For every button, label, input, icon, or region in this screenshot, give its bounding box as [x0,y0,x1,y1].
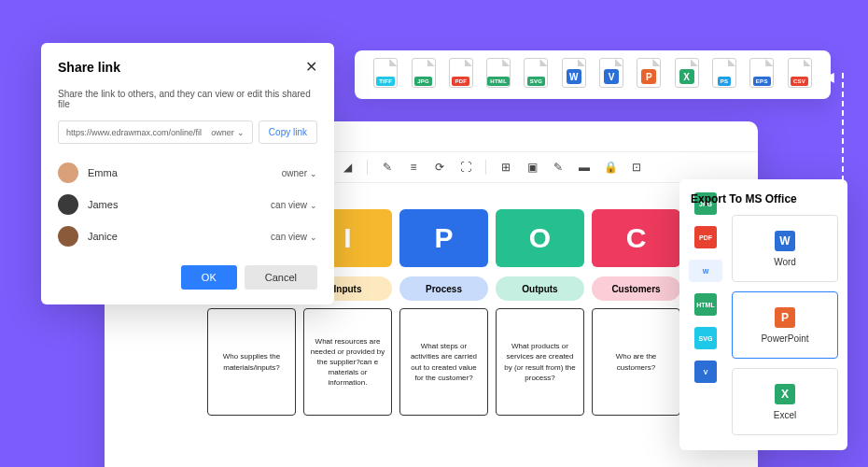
sipoc-card: What resources are needed or provided by… [303,308,392,416]
file-format-strip: TIFFJPGPDFHTMLSVGWVPXPSEPSCSV [355,50,831,99]
file-badge-tiff[interactable]: TIFF [371,58,399,92]
arrow-icon: ◀ [824,69,834,84]
connector-line [842,73,844,181]
export-mini-w[interactable]: W [689,260,722,282]
excel-icon: X [775,384,795,404]
export-label: Excel [774,410,796,420]
share-title: Share link [58,60,120,75]
share-url-field[interactable]: https://www.edrawmax.com/online/fil owne… [58,120,253,144]
share-description: Share the link to others, and they can v… [58,89,317,109]
sipoc-col-customers: C Customers Who are the customers? [592,209,680,416]
rotate-icon[interactable]: ⟳ [433,161,446,174]
pen-icon[interactable]: ✎ [552,161,565,174]
sipoc-card: What products or services are created by… [496,308,584,416]
window-icon[interactable]: ⊞ [499,161,512,174]
fill-icon[interactable]: ▬ [578,161,591,174]
share-user-row: James can view⌄ [58,189,317,220]
user-role-select[interactable]: owner⌄ [282,168,317,178]
export-mini-html[interactable]: HTML [694,293,717,316]
record-icon[interactable]: ⊡ [630,161,643,174]
file-badge-html[interactable]: HTML [484,58,512,92]
sipoc-col-outputs: O Outputs What products or services are … [496,209,584,416]
file-badge-v[interactable]: V [597,58,625,92]
sipoc-card: What steps or activities are carried out… [399,308,488,416]
sipoc-label: Customers [592,276,680,301]
user-name: James [88,199,118,210]
user-name: Janice [88,231,118,242]
user-role-select[interactable]: can view⌄ [271,232,317,242]
align-icon[interactable]: ≡ [407,161,420,174]
share-user-row: Emma owner⌄ [58,157,317,189]
export-option-excel[interactable]: XExcel [732,368,838,435]
export-label: PowerPoint [761,333,808,344]
export-label: Word [774,257,796,267]
ok-button[interactable]: OK [181,265,237,290]
sipoc-header: C [592,209,680,267]
file-badge-eps[interactable]: EPS [748,58,776,92]
export-option-word[interactable]: WWord [732,215,838,282]
user-name: Emma [88,167,118,178]
file-badge-svg[interactable]: SVG [522,58,550,92]
copy-link-button[interactable]: Copy link [259,120,317,144]
cancel-button[interactable]: Cancel [245,265,317,290]
file-badge-w[interactable]: W [560,58,588,92]
eyedropper-icon[interactable]: ✎ [381,161,394,174]
export-mini-v[interactable]: V [694,361,717,383]
sipoc-col-process: P Process What steps or activities are c… [399,209,488,416]
close-icon[interactable]: ✕ [305,58,317,76]
avatar [58,226,78,247]
sipoc-header: O [496,209,584,267]
export-mini-pdf[interactable]: PDF [694,226,717,248]
file-badge-p[interactable]: P [635,58,663,92]
lock-icon[interactable]: 🔒 [604,161,617,174]
avatar [58,163,78,183]
highlight-icon[interactable]: ◢ [341,161,354,174]
sipoc-header: P [399,209,488,267]
file-badge-x[interactable]: X [673,58,701,92]
crop-icon[interactable]: ⛶ [459,161,472,174]
export-title: Export To MS Office [691,192,838,205]
sipoc-label: Process [399,276,488,301]
share-user-row: Janice can view⌄ [58,220,317,252]
image-icon[interactable]: ▣ [525,161,539,174]
file-badge-pdf[interactable]: PDF [447,58,475,92]
file-badge-csv[interactable]: CSV [786,58,814,92]
sipoc-card: Who supplies the materials/inputs? [207,308,296,416]
export-option-powerpoint[interactable]: PPowerPoint [732,291,838,359]
file-badge-jpg[interactable]: JPG [410,58,438,92]
powerpoint-icon: P [775,307,795,328]
file-badge-ps[interactable]: PS [710,58,738,92]
word-icon: W [775,231,795,251]
export-mini-svg[interactable]: SVG [694,327,717,349]
sipoc-label: Outputs [496,276,584,301]
avatar [58,194,78,215]
sipoc-card: Who are the customers? [592,308,680,416]
user-role-select[interactable]: can view⌄ [271,200,317,210]
export-panel: JPGPDFWHTMLSVGV Export To MS Office WWor… [679,179,847,450]
share-dialog: Share link ✕ Share the link to others, a… [41,43,334,304]
